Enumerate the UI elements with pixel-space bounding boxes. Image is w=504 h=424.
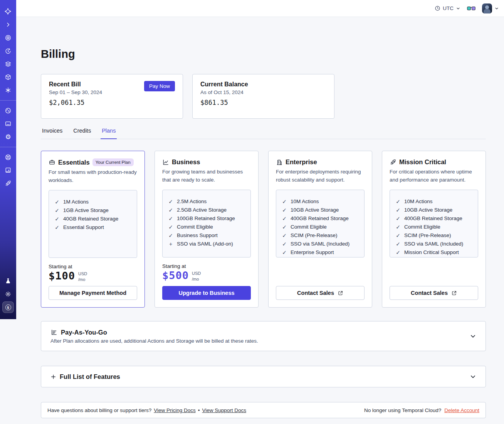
feature-label: 1M Actions xyxy=(63,198,89,206)
feature-label: Commit Eligible xyxy=(404,223,440,231)
chevron-down-icon[interactable] xyxy=(470,374,476,380)
feature-item: ✓Commit Eligible xyxy=(395,223,472,231)
feature-item: ✓40GB Retained Storage xyxy=(54,215,131,223)
feature-item: ✓1GB Active Storage xyxy=(54,206,131,215)
recent-bill-card: Recent Bill Sep 01 – Sep 30, 2024 Pay No… xyxy=(41,74,183,119)
contact-sales-button[interactable]: Contact Sales xyxy=(276,286,365,300)
check-icon: ✓ xyxy=(395,214,401,223)
settings-gear-glyph: ⚙ xyxy=(5,134,11,140)
contact-sales-button[interactable]: Contact Sales xyxy=(390,286,478,300)
feature-label: 2.5M Actions xyxy=(177,197,207,206)
tab-plans[interactable]: Plans xyxy=(101,128,117,139)
layers-icon[interactable] xyxy=(2,57,15,71)
footer-bar: Have questions about billing or support … xyxy=(41,402,486,418)
cube-icon[interactable] xyxy=(2,71,15,84)
check-icon: ✓ xyxy=(54,223,60,232)
check-icon: ✓ xyxy=(54,215,60,223)
check-icon: ✓ xyxy=(395,197,401,206)
contact-sales-label: Contact Sales xyxy=(411,290,448,296)
plans-grid: Essentials Your Current Plan For small t… xyxy=(41,151,486,308)
tab-credits[interactable]: Credits xyxy=(72,128,92,139)
plan-price: $500 xyxy=(162,269,189,281)
plus-icon: + xyxy=(168,240,173,248)
plan-description: For enterprise deployments requiring rob… xyxy=(276,168,365,184)
chevron-down-icon[interactable] xyxy=(470,333,476,340)
chart-trend-icon xyxy=(162,159,169,166)
starting-at-label: Starting at xyxy=(49,264,137,269)
settings-gear-icon[interactable]: ⚙ xyxy=(2,130,15,143)
namespaces-icon[interactable] xyxy=(2,31,15,44)
price-block: Starting at $500 USD/mo xyxy=(162,263,251,282)
user-menu[interactable] xyxy=(482,3,499,13)
plan-name: Mission Critical xyxy=(399,158,446,166)
building-icon xyxy=(276,159,283,166)
pay-now-button[interactable]: Pay Now xyxy=(144,81,175,91)
feature-item: ✓2.5GB Active Storage xyxy=(168,206,245,214)
lab-flask-icon[interactable] xyxy=(2,274,15,288)
price-period: /mo xyxy=(192,277,199,281)
feature-label: 40GB Retained Storage xyxy=(63,215,118,223)
docs-book-icon[interactable] xyxy=(2,164,15,177)
avatar[interactable] xyxy=(482,3,492,13)
sidebar: ⚙ $ xyxy=(0,0,16,319)
rates-chart-icon xyxy=(50,329,57,336)
feature-label: 10M Actions xyxy=(404,197,433,206)
feature-item: ✓Commit Eligible xyxy=(168,223,245,231)
active-item-highlight: $ xyxy=(2,301,14,313)
feature-label: SCIM (Pre-Release) xyxy=(291,231,338,240)
support-lifebuoy-icon[interactable] xyxy=(2,151,15,164)
summary-cards-row: Recent Bill Sep 01 – Sep 30, 2024 Pay No… xyxy=(41,74,486,119)
recent-bill-period: Sep 01 – Sep 30, 2024 xyxy=(49,89,102,95)
schedules-timer-icon[interactable] xyxy=(2,44,15,57)
feature-item: ✓Essential Support xyxy=(54,223,131,232)
check-icon: ✓ xyxy=(168,231,173,240)
theme-sun-icon[interactable] xyxy=(2,288,15,301)
feature-item: ✓400GB Retained Storage xyxy=(282,214,359,223)
page-title: Billing xyxy=(41,47,486,61)
feature-item: ✓Commit Eligible xyxy=(282,223,359,231)
collapse-chevron-icon[interactable] xyxy=(2,18,15,31)
footer-right-question: No longer using Temporal Cloud? xyxy=(364,407,441,413)
check-icon: ✓ xyxy=(54,206,60,215)
timezone-selector[interactable]: UTC xyxy=(435,5,460,11)
feature-item: ✓SCIM (Pre-Release) xyxy=(395,231,472,240)
check-icon: ✓ xyxy=(282,223,287,231)
usage-gauge-icon[interactable] xyxy=(2,104,15,117)
feature-label: Mission Critical Support xyxy=(404,248,459,257)
temporal-logo-icon[interactable] xyxy=(2,5,15,18)
delete-account-link[interactable]: Delete Account xyxy=(444,407,479,413)
full-features-accordion[interactable]: Full List of Features xyxy=(41,366,486,387)
feature-label: 1GB Active Storage xyxy=(63,206,109,215)
billing-card-icon[interactable] xyxy=(2,117,15,130)
current-plan-badge: Your Current Plan xyxy=(92,158,134,166)
current-balance-title: Current Balance xyxy=(200,81,248,88)
view-support-docs-link[interactable]: View Support Docs xyxy=(202,407,246,413)
feature-label: Essential Support xyxy=(63,223,104,232)
sidebar-divider xyxy=(0,100,16,101)
plan-price: $100 xyxy=(49,270,75,282)
plus-icon xyxy=(50,374,56,380)
feature-label: 10M Actions xyxy=(291,197,319,206)
feature-label: Enterprise Support xyxy=(291,248,334,257)
sidebar-item-billing-active[interactable]: $ xyxy=(2,301,15,314)
getting-started-rocket-icon[interactable] xyxy=(2,177,15,190)
payg-accordion[interactable]: Pay-As-You-Go After Plan allocations are… xyxy=(41,321,486,351)
check-icon: ✓ xyxy=(395,206,401,214)
check-icon: ✓ xyxy=(395,223,401,231)
sidebar-divider xyxy=(0,147,16,147)
feature-item: ✓10GB Active Storage xyxy=(395,206,472,214)
check-icon: ✓ xyxy=(282,240,287,248)
nexus-asterisk-icon[interactable] xyxy=(2,84,15,97)
upgrade-to-business-button[interactable]: Upgrade to Business xyxy=(162,286,251,300)
check-icon: ✓ xyxy=(395,240,401,248)
feature-label: Commit Eligible xyxy=(291,223,327,231)
feature-label: Business Support xyxy=(177,231,218,240)
tab-invoices[interactable]: Invoices xyxy=(41,128,64,139)
plan-name: Business xyxy=(172,158,200,166)
manage-payment-method-button[interactable]: Manage Payment Method xyxy=(49,286,137,300)
footer-question: Have questions about billing or support … xyxy=(47,407,151,413)
feature-label: 100GB Retained Storage xyxy=(177,214,235,223)
bullet-separator: • xyxy=(198,407,200,413)
view-pricing-docs-link[interactable]: View Pricing Docs xyxy=(154,407,196,413)
feedback-glasses-icon[interactable] xyxy=(467,6,475,11)
